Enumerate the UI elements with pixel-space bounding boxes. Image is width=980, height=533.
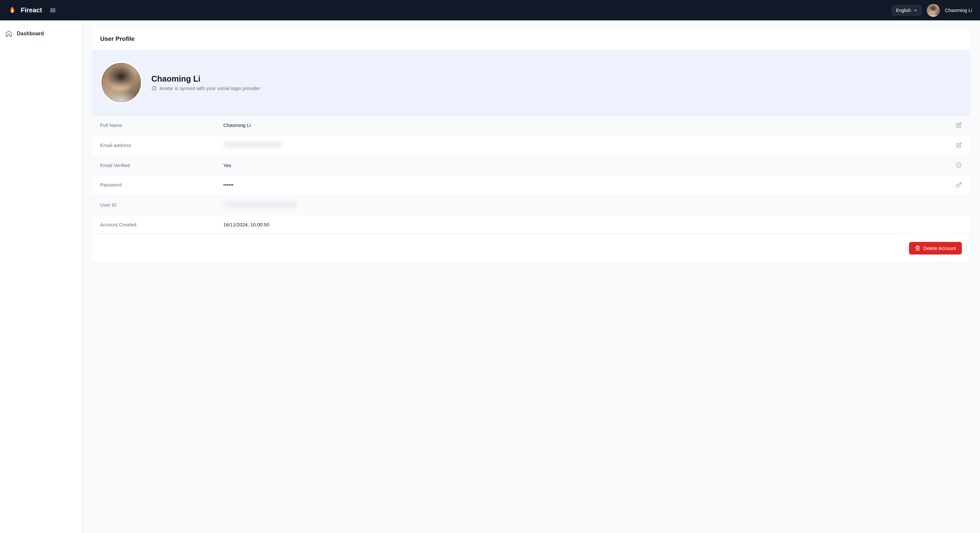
row-value: Yes — [223, 163, 956, 168]
chevron-down-icon — [913, 8, 918, 12]
app-header: Fireact English Chaoming Li — [0, 0, 980, 21]
header-left: Fireact — [8, 5, 58, 16]
brand[interactable]: Fireact — [8, 6, 42, 15]
avatar-note-text: Avatar is synced with your social login … — [159, 86, 260, 91]
hamburger-icon — [49, 7, 56, 14]
row-user-id: User ID — [92, 195, 970, 215]
sidebar-item-label: Dashboard — [17, 31, 44, 36]
language-label: English — [896, 8, 911, 13]
header-right: English Chaoming Li — [892, 4, 972, 17]
edit-name-button[interactable] — [956, 122, 962, 128]
page-title: User Profile — [92, 28, 970, 50]
verified-indicator — [956, 162, 962, 168]
card-actions: Delete Account — [92, 234, 970, 262]
profile-rows: Full Name Chaoming Li Email address — [92, 116, 970, 234]
hero-text: Chaoming Li Avatar is synced with your s… — [151, 74, 260, 91]
header-username: Chaoming Li — [945, 8, 972, 13]
row-email: Email address — [92, 135, 970, 156]
profile-display-name: Chaoming Li — [151, 74, 260, 84]
row-value: 16/11/2024, 10:00:50 — [223, 222, 962, 227]
row-label: Email Verified — [100, 163, 223, 168]
row-label: Password — [100, 182, 223, 187]
fire-icon — [8, 6, 17, 15]
redacted-value — [223, 141, 282, 148]
edit-icon — [956, 142, 962, 148]
avatar-note: Avatar is synced with your social login … — [151, 86, 260, 91]
row-label: Full Name — [100, 122, 223, 128]
row-value — [223, 201, 962, 209]
info-icon — [151, 86, 157, 91]
row-value — [223, 141, 956, 149]
profile-card: User Profile Chaoming Li Avatar is synce… — [92, 28, 970, 262]
row-label: Email address — [100, 143, 223, 148]
hamburger-button[interactable] — [47, 5, 58, 16]
profile-hero: Chaoming Li Avatar is synced with your s… — [92, 50, 970, 116]
row-label: Account Created — [100, 222, 223, 227]
edit-icon — [956, 122, 962, 128]
language-select[interactable]: English — [892, 5, 922, 16]
avatar[interactable] — [927, 4, 940, 17]
row-value: •••••• — [223, 182, 956, 187]
sidebar-item-dashboard[interactable]: Dashboard — [4, 27, 78, 40]
key-icon — [956, 182, 962, 188]
row-value: Chaoming Li — [223, 122, 956, 128]
row-email-verified: Email Verified Yes — [92, 156, 970, 175]
row-label: User ID — [100, 202, 223, 208]
trash-icon — [915, 246, 920, 251]
change-password-button[interactable] — [956, 182, 962, 188]
redacted-value — [223, 201, 298, 208]
avatar — [100, 62, 142, 104]
row-full-name: Full Name Chaoming Li — [92, 116, 970, 135]
sidebar: Dashboard — [0, 21, 82, 533]
edit-email-button[interactable] — [956, 142, 962, 148]
main-content: User Profile Chaoming Li Avatar is synce… — [82, 21, 980, 533]
row-account-created: Account Created 16/11/2024, 10:00:50 — [92, 215, 970, 234]
shield-check-icon — [956, 162, 962, 168]
brand-text: Fireact — [21, 6, 42, 14]
delete-account-button[interactable]: Delete Account — [909, 242, 962, 254]
home-icon — [5, 30, 12, 37]
row-password: Password •••••• — [92, 175, 970, 195]
layout: Dashboard User Profile Chaoming Li Avata… — [0, 21, 980, 533]
delete-account-label: Delete Account — [923, 246, 956, 251]
